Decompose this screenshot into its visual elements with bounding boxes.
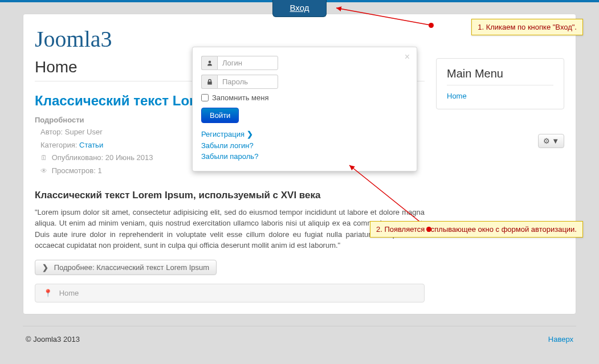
password-input[interactable] — [217, 75, 278, 89]
author-label: Автор: — [40, 128, 63, 136]
calendar-icon: 🗓 — [40, 153, 47, 163]
chevron-right-icon: ❯ — [247, 130, 253, 138]
annotation-1: 1. Кликаем по кнопке "Вход". — [471, 19, 583, 35]
hits-value: 1 — [97, 166, 101, 175]
username-group — [201, 56, 278, 70]
eye-icon: 👁 — [40, 166, 47, 177]
category-label: Категория: — [40, 141, 77, 149]
breadcrumb-home[interactable]: Home — [59, 289, 79, 297]
close-icon[interactable]: × — [405, 52, 410, 62]
annotation-1-dot — [429, 23, 434, 28]
sidebar-title: Main Menu — [447, 67, 553, 85]
remember-label: Запомнить меня — [212, 93, 268, 102]
login-submit-button[interactable]: Войти — [201, 108, 239, 123]
published-value: 20 Июнь 2013 — [105, 153, 153, 162]
category-link[interactable]: Статьи — [79, 141, 103, 149]
hits-label: Просмотров: — [52, 166, 96, 175]
breadcrumb: 📍 Home — [35, 284, 425, 302]
lock-icon — [201, 75, 217, 89]
annotation-2: 2. Появляется всплывающее окно с формой … — [370, 221, 583, 238]
username-input[interactable] — [217, 56, 278, 70]
caret-down-icon: ▼ — [552, 137, 559, 145]
sidebar-main-menu: Main Menu Home — [436, 58, 564, 109]
readmore-label: Подробнее: Классический текст Lorem Ipsu… — [54, 263, 209, 272]
footer-copyright: © Joomla3 2013 — [26, 335, 80, 343]
register-link[interactable]: Регистрация❯ — [201, 129, 408, 140]
login-popup: × Запомнить меня Войти Регистрация❯ Забы… — [192, 47, 417, 171]
login-tab-button[interactable]: Вход — [272, 0, 327, 17]
forgot-login-link[interactable]: Забыли логин? — [201, 140, 408, 152]
user-icon — [201, 56, 217, 70]
forgot-password-link[interactable]: Забыли пароль? — [201, 151, 408, 162]
author-value: Super User — [65, 128, 103, 136]
back-to-top-link[interactable]: Наверх — [548, 335, 573, 343]
password-group — [201, 75, 278, 89]
article-heading: Классический текст Lorem Ipsum, использу… — [35, 190, 425, 201]
location-icon: 📍 — [43, 289, 52, 297]
sidebar-item-home[interactable]: Home — [447, 92, 467, 100]
remember-me[interactable]: Запомнить меня — [201, 93, 408, 102]
article-body: "Lorem ipsum dolor sit amet, consectetur… — [35, 207, 425, 251]
gear-icon: ⚙ — [543, 137, 550, 145]
remember-checkbox[interactable] — [201, 94, 209, 101]
footer: © Joomla3 2013 Наверх — [23, 326, 576, 352]
published-label: Опубликовано: — [52, 153, 104, 162]
annotation-2-dot — [426, 227, 431, 232]
chevron-right-icon: ❯ — [42, 263, 48, 272]
gear-dropdown-button[interactable]: ⚙ ▼ — [538, 134, 565, 148]
readmore-button[interactable]: ❯ Подробнее: Классический текст Lorem Ip… — [35, 260, 217, 275]
